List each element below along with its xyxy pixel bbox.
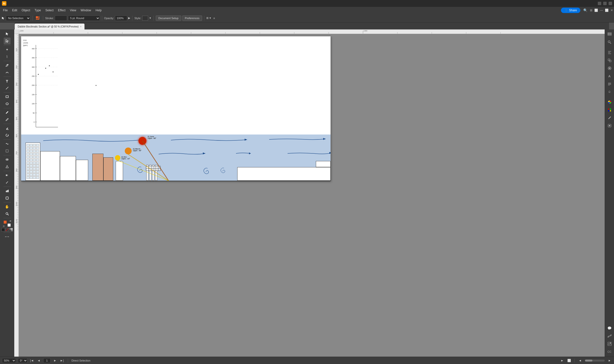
swap-colors-icon[interactable]: ⇄	[10, 220, 11, 222]
page-input[interactable]	[43, 358, 51, 363]
search-panel-btn[interactable]	[606, 39, 613, 46]
next-page-btn[interactable]: ►	[53, 358, 57, 363]
scatter-chart-svg	[58, 36, 132, 144]
transform-panel-btn[interactable]	[606, 57, 613, 64]
tool-sep-11	[3, 202, 11, 202]
color-mode-none[interactable]	[5, 228, 9, 231]
default-colors-icon[interactable]: ⊡	[3, 225, 5, 227]
ellipse-btn[interactable]	[4, 100, 11, 107]
menu-file[interactable]: File	[1, 8, 10, 13]
svg-point-9	[7, 159, 8, 160]
artboard-btn[interactable]	[4, 195, 11, 202]
svg-point-394	[609, 125, 610, 126]
pencil-btn[interactable]	[4, 116, 11, 123]
svg-line-3	[6, 87, 8, 89]
menu-effect[interactable]: Effect	[56, 8, 67, 13]
scroll-left-btn[interactable]: ◄	[578, 358, 583, 363]
appearance-panel-btn[interactable]	[606, 65, 613, 72]
perspective-btn[interactable]	[4, 163, 11, 170]
free-transform-btn[interactable]	[4, 148, 11, 154]
close-button[interactable]	[609, 2, 612, 5]
opacity-input[interactable]	[115, 15, 127, 21]
document-setup-button[interactable]: Document Setup	[156, 15, 181, 21]
menu-object[interactable]: Object	[20, 8, 32, 13]
artboard-options-btn[interactable]: ►	[560, 358, 565, 363]
zoom-select[interactable]: 50% 100% 200%	[2, 358, 16, 363]
menu-view[interactable]: View	[68, 8, 78, 13]
paragraph-panel-btn[interactable]	[606, 81, 613, 87]
last-page-btn[interactable]: ►|	[59, 358, 64, 363]
color-panel-btn[interactable]	[606, 99, 613, 106]
menu-select[interactable]: Select	[43, 8, 56, 13]
horizontal-scrollbar[interactable]	[585, 360, 605, 362]
eraser-btn[interactable]	[4, 125, 11, 132]
color-mode-gradient[interactable]	[9, 228, 13, 231]
hand-btn[interactable]: ✋	[4, 203, 11, 210]
shape-builder-btn[interactable]	[4, 156, 11, 163]
menu-help[interactable]: Help	[94, 8, 104, 13]
stroke-color-input[interactable]	[55, 15, 67, 21]
swatch-panel-btn[interactable]	[606, 107, 613, 113]
tab-close-btn[interactable]: ×	[80, 25, 82, 28]
selection-mode-select[interactable]: No Selection	[6, 15, 30, 21]
gradient-btn[interactable]	[4, 172, 11, 179]
building-mid-2	[60, 156, 76, 181]
brush-panel-btn[interactable]	[606, 114, 613, 121]
maximize-button[interactable]	[603, 2, 607, 5]
text-btn[interactable]: T	[4, 78, 11, 84]
graphic-style-panel-btn[interactable]	[606, 122, 613, 129]
panel-options-btn[interactable]: ≡	[213, 17, 215, 20]
view-expand-btn[interactable]: ▼	[209, 17, 211, 19]
column-graph-btn[interactable]	[4, 188, 11, 194]
paintbrush-btn[interactable]	[4, 109, 11, 116]
warp-btn[interactable]	[4, 140, 11, 147]
menu-edit[interactable]: Edit	[10, 8, 19, 13]
preferences-button[interactable]: Preferences	[182, 15, 202, 21]
menu-window[interactable]: Window	[79, 8, 93, 13]
ruler-top: 1200130014001500160017001800	[19, 29, 605, 34]
zoom-btn[interactable]	[4, 210, 11, 217]
rotate-btn[interactable]	[4, 132, 11, 139]
more-tools-btn[interactable]: • • •	[4, 233, 11, 240]
canvas-background[interactable]: /* window grid */	[19, 34, 605, 357]
selection-tool-btn[interactable]	[4, 30, 11, 37]
share-button[interactable]: 👤 Share	[561, 8, 580, 13]
svg-text:700: 700	[16, 151, 17, 154]
pen-btn[interactable]	[4, 62, 11, 69]
curvature-btn[interactable]	[4, 69, 11, 76]
prev-page-btn[interactable]: ◄	[36, 358, 41, 363]
canvas-btn[interactable]: ⬜	[567, 358, 572, 363]
svg-point-329	[125, 148, 132, 154]
fill-stroke-boxes[interactable]: ⇄ ⊡	[3, 220, 11, 227]
direct-selection-tool-btn[interactable]	[4, 38, 11, 44]
character-panel-btn[interactable]: A	[606, 73, 613, 80]
align-panel-btn[interactable]	[606, 49, 613, 56]
rectangle-btn[interactable]	[4, 93, 11, 100]
first-page-btn[interactable]: |◄	[29, 358, 34, 363]
lasso-btn[interactable]: ⌇	[4, 53, 11, 60]
minimize-button[interactable]	[598, 2, 601, 5]
opacity-expand-btn[interactable]: ▶	[128, 16, 130, 20]
layers-btn[interactable]	[606, 31, 613, 38]
comments-btn[interactable]: 💬	[606, 325, 613, 332]
brush-size-select[interactable]: 5 pt. Round	[68, 15, 100, 21]
document-tab[interactable]: Dabble Bioclimatic Section.ai* @ 50 % (C…	[15, 24, 84, 29]
image-panel-btn[interactable]	[606, 340, 613, 347]
eyedropper-btn[interactable]	[4, 179, 11, 186]
links-btn[interactable]	[606, 333, 613, 339]
magic-wand-btn[interactable]: ✦	[4, 46, 11, 53]
cc-libraries-btn[interactable]: CC	[606, 348, 613, 355]
search-button[interactable]: 🔍	[583, 8, 587, 12]
rotation-select[interactable]: 0°	[18, 358, 28, 363]
line-btn[interactable]	[4, 85, 11, 92]
menu-type[interactable]: Type	[33, 8, 43, 13]
color-mode-solid[interactable]	[1, 228, 5, 231]
scroll-right-btn[interactable]: ►	[607, 358, 612, 363]
svg-point-397	[610, 342, 611, 343]
style-expand-btn[interactable]: ▼	[149, 17, 152, 19]
glyph-panel-btn[interactable]: Ω	[606, 88, 613, 95]
svg-text:400: 400	[32, 48, 35, 50]
fill-stroke-indicator[interactable]	[35, 15, 41, 21]
canvas-area[interactable]: 1200130014001500160017001800 01002003004…	[14, 29, 605, 357]
app-icon: Ai	[2, 1, 6, 6]
